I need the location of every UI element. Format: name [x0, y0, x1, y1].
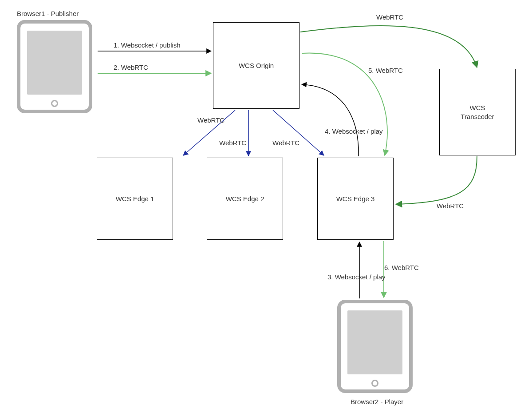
- node-wcs-edge3-label: WCS Edge 3: [336, 195, 375, 203]
- label-pub-ws: 1. Websocket / publish: [114, 41, 181, 49]
- diagram-stage: { "devices": { "publisher": { "label": "…: [0, 0, 532, 409]
- node-wcs-origin-label: WCS Origin: [239, 61, 274, 70]
- label-edge3-ws: 4. Websocket / play: [325, 127, 383, 135]
- arrow-origin-edge3: [273, 110, 324, 155]
- label-origin-edge2: WebRTC: [219, 139, 246, 147]
- label-trans-edge3: WebRTC: [437, 202, 464, 210]
- arrow-origin-transcoder: [300, 26, 477, 68]
- publisher-device-icon: [17, 20, 92, 113]
- node-wcs-transcoder-label: WCS Transcoder: [461, 103, 494, 121]
- publisher-label: Browser1 - Publisher: [17, 10, 79, 17]
- label-origin-edge3g: 5. WebRTC: [368, 67, 403, 74]
- label-pub-webrtc: 2. WebRTC: [114, 64, 148, 71]
- label-edge3-player: 6. WebRTC: [384, 264, 419, 271]
- node-wcs-transcoder: WCS Transcoder: [439, 69, 516, 155]
- label-play-ws: 3. Websocket / play: [327, 273, 386, 281]
- node-wcs-edge2: WCS Edge 2: [207, 158, 283, 240]
- node-wcs-edge2-label: WCS Edge 2: [226, 195, 264, 203]
- label-origin-edge1: WebRTC: [197, 116, 225, 124]
- node-wcs-edge1: WCS Edge 1: [97, 158, 173, 240]
- node-wcs-edge1-label: WCS Edge 1: [116, 195, 154, 203]
- arrow-edge3-origin-ws: [302, 84, 359, 156]
- label-origin-edge3: WebRTC: [272, 139, 299, 147]
- node-wcs-edge3: WCS Edge 3: [317, 158, 394, 240]
- label-origin-trans: WebRTC: [376, 13, 403, 21]
- node-wcs-origin: WCS Origin: [213, 22, 299, 109]
- arrow-transcoder-edge3: [396, 156, 477, 204]
- player-device-icon: [337, 300, 413, 393]
- player-label: Browser2 - Player: [351, 398, 403, 405]
